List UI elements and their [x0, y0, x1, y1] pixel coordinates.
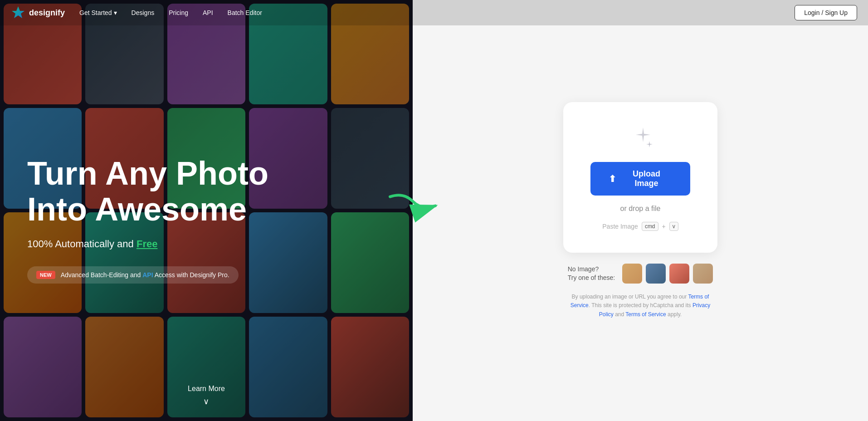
sample-image-2[interactable]: [646, 264, 666, 284]
nav-right: Login / Sign Up: [795, 5, 857, 20]
navbar: designify Get Started ▾ Designs Pricing …: [0, 0, 868, 25]
paste-row: Paste Image cmd + v: [602, 222, 678, 231]
login-button[interactable]: Login / Sign Up: [795, 5, 857, 20]
terms-of-service-link-2[interactable]: Terms of Service: [625, 311, 666, 318]
nav-pricing[interactable]: Pricing: [169, 9, 188, 16]
upload-button[interactable]: ⬆ Upload Image: [590, 162, 690, 196]
hero-subtitle: 100% Automatically and Free: [27, 238, 385, 250]
hero-right: ⬆ Upload Image or drop a file Paste Imag…: [413, 0, 868, 421]
drop-text: or drop a file: [620, 205, 661, 213]
arrow-container: [385, 188, 440, 226]
sample-image-3[interactable]: [669, 264, 689, 284]
hero-title: Turn Any Photo Into Awesome: [27, 156, 385, 227]
nav-designs[interactable]: Designs: [132, 9, 155, 16]
nav-get-started[interactable]: Get Started ▾: [79, 9, 117, 16]
sparkles-graphic: [626, 124, 655, 153]
terms-text: By uploading an image or URL you agree t…: [563, 293, 717, 319]
sample-images-row: No Image? Try one of these:: [568, 264, 713, 284]
brand-name: designify: [29, 8, 65, 18]
brand-logo[interactable]: designify: [11, 5, 65, 20]
chevron-down-icon: ∨: [203, 397, 209, 406]
badge-description: Advanced Batch-Editing and API Access wi…: [61, 271, 229, 279]
chevron-down-icon: ▾: [114, 9, 117, 16]
main-container: Turn Any Photo Into Awesome 100% Automat…: [0, 0, 868, 421]
new-badge-box: NEW Advanced Batch-Editing and API Acces…: [27, 266, 239, 284]
upload-icon: ⬆: [609, 173, 616, 184]
v-key: v: [669, 222, 678, 231]
arrow-icon: [385, 188, 440, 224]
logo-icon: [11, 5, 25, 20]
plus-separator: +: [662, 223, 666, 230]
learn-more-label: Learn More: [188, 385, 225, 393]
sparkle-icon: [626, 124, 655, 153]
hero-content: Turn Any Photo Into Awesome 100% Automat…: [0, 0, 413, 421]
new-badge: NEW: [36, 271, 55, 279]
nav-links: Get Started ▾ Designs Pricing API Batch …: [79, 9, 795, 16]
sample-images: [622, 264, 713, 284]
paste-label: Paste Image: [602, 223, 638, 230]
upload-card: ⬆ Upload Image or drop a file Paste Imag…: [563, 102, 717, 253]
badge-row: NEW Advanced Batch-Editing and API Acces…: [27, 266, 385, 284]
nav-batch-editor[interactable]: Batch Editor: [228, 9, 262, 16]
nav-api[interactable]: API: [203, 9, 213, 16]
sample-label: No Image? Try one of these:: [568, 265, 615, 283]
learn-more-section[interactable]: Learn More ∨: [188, 385, 225, 406]
api-link[interactable]: API: [142, 271, 153, 279]
hero-left: Turn Any Photo Into Awesome 100% Automat…: [0, 0, 413, 421]
sample-image-4[interactable]: [693, 264, 713, 284]
sample-image-1[interactable]: [622, 264, 642, 284]
free-label: Free: [137, 238, 157, 250]
cmd-key: cmd: [642, 222, 658, 231]
